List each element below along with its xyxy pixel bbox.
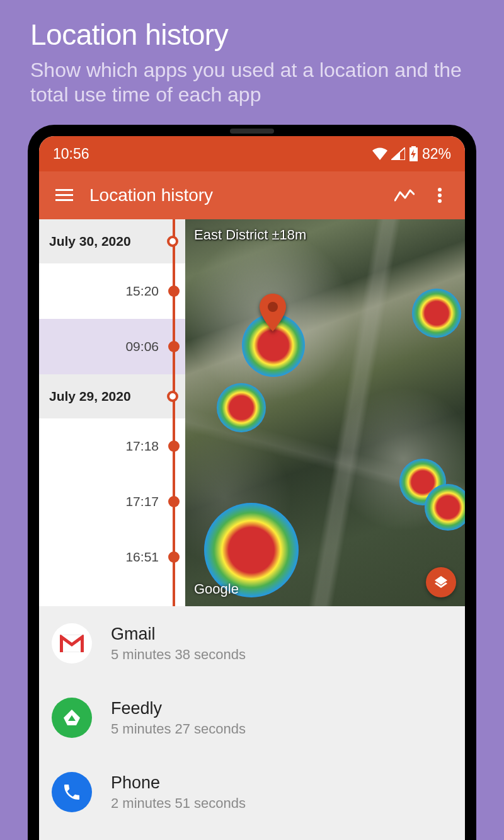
timeline-dot-open (167, 236, 178, 247)
chart-line-icon (394, 189, 415, 202)
svg-point-6 (268, 302, 278, 312)
map-attribution: Google (194, 581, 239, 597)
timeline-entry[interactable]: 15:20 (39, 263, 185, 319)
screen: 10:56 82% Location history (39, 136, 465, 840)
layers-icon (433, 575, 449, 590)
timeline-dot (168, 496, 180, 507)
heatmap-spot (425, 484, 465, 531)
battery-percent: 82% (422, 146, 451, 163)
timeline-entry[interactable]: 16:51 (39, 529, 185, 585)
timeline-label: 17:17 (125, 494, 159, 509)
svg-rect-1 (55, 194, 73, 196)
wifi-icon (372, 147, 387, 160)
app-usage-item[interactable]: Phone 2 minutes 51 seconds (39, 755, 465, 829)
app-duration: 5 minutes 38 seconds (111, 647, 246, 663)
timeline-label: 09:06 (125, 339, 159, 354)
menu-button[interactable] (47, 178, 82, 213)
app-duration: 5 minutes 27 seconds (111, 721, 246, 737)
earpiece (230, 129, 274, 134)
status-icons: 82% (372, 146, 451, 163)
app-name: Gmail (111, 624, 246, 644)
phone-icon (52, 772, 92, 812)
timeline-dot (168, 285, 180, 297)
app-bar: Location history (39, 171, 465, 219)
stats-button[interactable] (387, 178, 422, 213)
timeline-entry-selected[interactable]: 09:06 (39, 319, 185, 374)
svg-point-3 (438, 188, 442, 192)
battery-icon (409, 146, 418, 161)
app-bar-title: Location history (82, 185, 387, 205)
app-duration: 2 minutes 51 seconds (111, 795, 246, 812)
timeline-date[interactable]: July 30, 2020 (39, 219, 185, 263)
status-bar: 10:56 82% (39, 136, 465, 171)
timeline-entry[interactable]: 17:18 (39, 418, 185, 474)
timeline-entry[interactable]: 17:17 (39, 474, 185, 529)
timeline-label: 15:20 (125, 284, 159, 299)
map-location-label: East District ±18m (194, 227, 306, 243)
timeline-date[interactable]: July 29, 2020 (39, 374, 185, 418)
timeline-label: July 29, 2020 (49, 389, 131, 404)
timeline-dot (168, 551, 180, 563)
signal-icon (391, 147, 405, 160)
app-name: Phone (111, 773, 246, 793)
heatmap-spot (217, 383, 266, 432)
app-usage-item[interactable]: Gmail 5 minutes 38 seconds (39, 606, 465, 681)
timeline-label: 17:18 (125, 439, 159, 454)
timeline-dot (168, 341, 180, 352)
overflow-button[interactable] (422, 178, 457, 213)
heatmap-spot (412, 289, 461, 338)
timeline-label: July 30, 2020 (49, 234, 131, 249)
gmail-icon (52, 623, 92, 664)
more-vert-icon (438, 188, 442, 203)
promo-subtitle: Show which apps you used at a location a… (0, 55, 504, 107)
status-time: 10:56 (53, 146, 89, 163)
timeline-panel[interactable]: July 30, 2020 15:20 09:06 July 29, 2020 (39, 219, 185, 606)
svg-point-4 (438, 193, 442, 197)
svg-rect-0 (55, 189, 73, 191)
timeline-label: 16:51 (125, 549, 159, 565)
map-view[interactable]: East District ±18m Google (185, 219, 465, 606)
app-usage-list: Gmail 5 minutes 38 seconds Feedly 5 minu… (39, 606, 465, 840)
svg-point-5 (438, 199, 442, 203)
device-frame: 10:56 82% Location history (28, 125, 476, 840)
timeline-dot-open (167, 391, 178, 402)
timeline-dot (168, 440, 180, 452)
map-pin[interactable] (260, 294, 286, 331)
timeline-line (173, 219, 175, 606)
hamburger-icon (55, 189, 73, 202)
promo-title: Location history (0, 0, 504, 55)
svg-rect-2 (55, 199, 73, 201)
app-usage-item[interactable]: Feedly 5 minutes 27 seconds (39, 681, 465, 755)
app-name: Feedly (111, 699, 246, 718)
map-layers-button[interactable] (426, 567, 456, 597)
feedly-icon (52, 698, 92, 738)
